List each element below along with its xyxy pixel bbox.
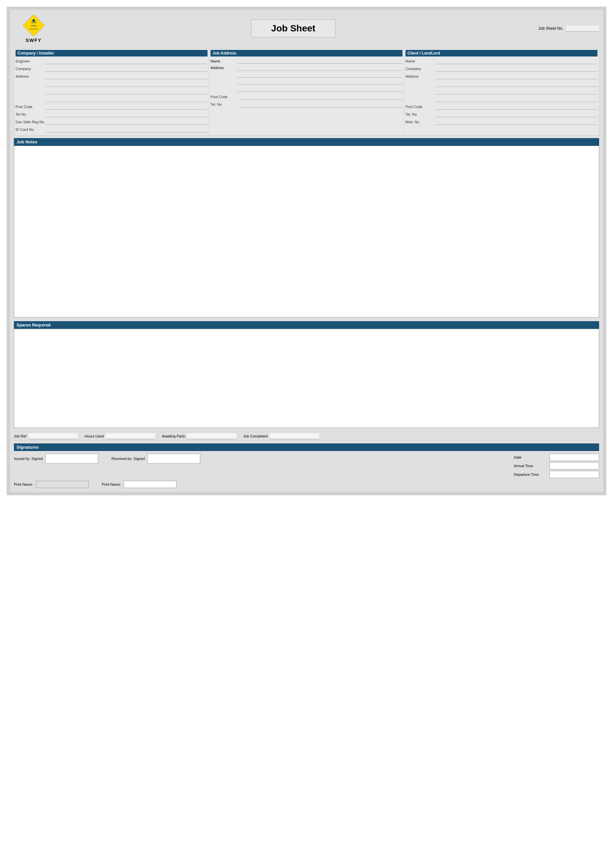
date-time-fields: Date Arrival Time Departure Time: [514, 454, 599, 478]
svg-point-4: [33, 19, 35, 22]
info-section: Company / Installer Engineer Company Add…: [14, 48, 599, 135]
job-addr-2-input[interactable]: [237, 72, 402, 78]
hours-used-input[interactable]: [106, 433, 155, 439]
post-code-input[interactable]: [45, 104, 208, 110]
name-lbl: Name: [211, 58, 237, 64]
hours-used-label: Hours Used: [85, 434, 104, 438]
job-post-code-label: Post Code: [211, 95, 240, 99]
title-box: Job Sheet: [54, 20, 533, 37]
client-mob-no-input[interactable]: [435, 119, 597, 125]
company-installer-col: Company / Installer Engineer Company Add…: [14, 48, 209, 135]
address-row1: Address: [16, 73, 208, 80]
spares-required-header: Spares Required: [14, 321, 599, 329]
address-row2: [16, 81, 208, 87]
job-name-input[interactable]: [237, 58, 402, 64]
departure-time-input[interactable]: [549, 471, 599, 478]
gas-safe-input[interactable]: [45, 119, 208, 125]
spares-required-section: Spares Required: [14, 321, 599, 429]
job-post-code-input[interactable]: [240, 94, 402, 100]
client-name-label: Name: [405, 59, 435, 63]
client-company-row: Company: [405, 65, 597, 72]
job-notes-header: Job Notes: [14, 138, 599, 146]
issued-by-field: Issued by: Signed: [14, 454, 98, 463]
client-post-code-label: Post Code: [405, 105, 435, 109]
client-address-input-1[interactable]: [435, 73, 597, 79]
received-by-sig-box[interactable]: [147, 454, 200, 463]
job-ref-input[interactable]: [28, 433, 78, 439]
engineer-label: Engineer: [16, 59, 45, 63]
print-name-1-input[interactable]: [36, 481, 88, 488]
client-address-input-2[interactable]: [435, 81, 597, 87]
client-address-row4: [405, 96, 597, 102]
spares-textarea[interactable]: [14, 329, 599, 428]
job-completed-input[interactable]: [270, 433, 319, 439]
sig-row-1: Issued by: Signed Received by: Signed Da…: [14, 454, 599, 478]
job-address-col: Job Address Name Address: [209, 48, 404, 135]
job-addr-1-input[interactable]: [237, 65, 402, 71]
issued-by-sig-box[interactable]: [45, 454, 98, 463]
job-post-code-row: Post Code: [211, 93, 402, 100]
departure-time-field: Departure Time: [514, 471, 599, 478]
client-name-input[interactable]: [435, 58, 597, 64]
job-addr-3-input[interactable]: [237, 79, 402, 85]
client-tel-no-label: Tel. No: [405, 112, 435, 116]
name-address-block: Name Address: [211, 58, 402, 93]
client-address-row1: Address: [405, 73, 597, 80]
svg-text:SAFE: SAFE: [31, 25, 36, 27]
address-row4: [16, 96, 208, 102]
address-input-4[interactable]: [45, 96, 208, 102]
id-card-label: ID Card No.: [16, 127, 45, 132]
id-card-row: ID Card No.: [16, 126, 208, 133]
page-header: GAS SAFE REGISTER SWFY Job Sheet Job She…: [14, 14, 599, 43]
job-tel-no-row: Tel. No: [211, 101, 402, 108]
company-input[interactable]: [45, 66, 208, 72]
job-ref-label: Job Ref: [14, 434, 26, 438]
awaiting-parts-field: Awaiting Parts: [162, 433, 237, 439]
job-sheet-no-input[interactable]: [566, 25, 599, 32]
awaiting-parts-label: Awaiting Parts: [162, 434, 185, 438]
engineer-input[interactable]: [45, 58, 208, 64]
job-completed-label: Job Completed: [243, 434, 268, 438]
gas-safe-label: Gas Safe Reg No.: [16, 120, 45, 124]
client-company-label: Company: [405, 67, 435, 71]
print-name-1-label: Print Name:: [14, 482, 33, 487]
client-tel-no-input[interactable]: [435, 112, 597, 117]
address-label: Address: [16, 74, 45, 78]
client-address-input-4[interactable]: [435, 96, 597, 102]
awaiting-parts-input[interactable]: [187, 433, 237, 439]
arrival-time-field: Arrival Time: [514, 462, 599, 470]
signatures-section: Signatures Issued by: Signed Received by…: [14, 443, 599, 488]
client-address-input-3[interactable]: [435, 88, 597, 95]
client-address-label: Address: [405, 74, 435, 78]
tel-no-label: Tel No.: [16, 112, 45, 116]
address-input-3[interactable]: [45, 88, 208, 95]
address-input-1[interactable]: [45, 73, 208, 79]
print-name-2-field: Print Name:: [102, 481, 177, 488]
client-company-input[interactable]: [435, 66, 597, 72]
client-address-row2: [405, 81, 597, 87]
print-name-2-input[interactable]: [124, 481, 177, 488]
job-completed-field: Job Completed: [243, 433, 319, 439]
arrival-time-label: Arrival Time: [514, 464, 547, 468]
arrival-time-input[interactable]: [549, 462, 599, 470]
engineer-row: Engineer: [16, 58, 208, 64]
addr-input-col: [237, 58, 402, 93]
tel-no-row: Tel No.: [16, 111, 208, 118]
job-notes-textarea[interactable]: [14, 146, 599, 318]
id-card-input[interactable]: [45, 127, 208, 132]
received-by-label: Received by: Signed: [111, 457, 145, 460]
company-row: Company: [16, 65, 208, 72]
print-name-2-label: Print Name:: [102, 482, 121, 487]
job-tel-no-input[interactable]: [240, 101, 402, 107]
post-code-label: Post Code: [16, 105, 45, 109]
tel-no-input[interactable]: [45, 112, 208, 117]
post-code-row: Post Code: [16, 104, 208, 110]
address-input-2[interactable]: [45, 81, 208, 87]
departure-time-label: Departure Time: [514, 473, 547, 476]
job-addr-4-input[interactable]: [237, 85, 402, 91]
client-tel-no-row: Tel. No: [405, 111, 597, 118]
date-input[interactable]: [549, 454, 599, 461]
logo-area: GAS SAFE REGISTER SWFY: [14, 14, 54, 43]
client-post-code-input[interactable]: [435, 104, 597, 110]
svg-text:REGISTER: REGISTER: [29, 28, 38, 30]
